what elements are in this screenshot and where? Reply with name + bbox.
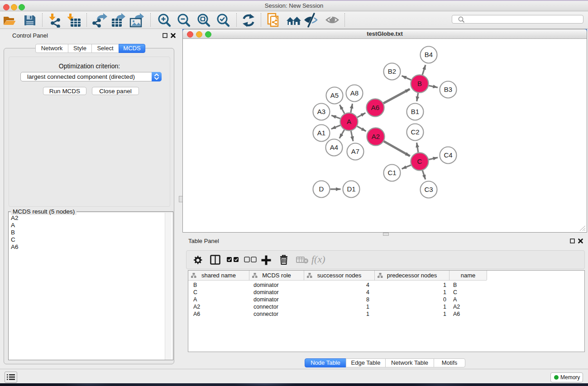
svg-text:A8: A8 [350,89,359,97]
svg-text:A: A [347,118,351,125]
svg-text:B2: B2 [388,67,396,75]
svg-text:C: C [417,157,422,165]
svg-text:A5: A5 [330,91,339,99]
svg-text:D: D [319,185,324,193]
svg-text:B3: B3 [444,86,452,93]
svg-text:D1: D1 [347,185,355,193]
svg-text:C3: C3 [424,186,433,193]
svg-text:A1: A1 [317,129,325,137]
svg-text:A6: A6 [371,104,379,111]
svg-text:B: B [417,80,422,87]
svg-text:B4: B4 [425,51,433,58]
svg-text:C4: C4 [444,151,452,159]
svg-text:A2: A2 [372,133,380,140]
svg-text:B1: B1 [411,108,419,115]
svg-text:A3: A3 [317,108,325,115]
svg-text:A4: A4 [330,143,338,151]
svg-text:C1: C1 [387,169,396,176]
svg-text:A7: A7 [351,148,359,155]
svg-text:C2: C2 [411,128,419,136]
